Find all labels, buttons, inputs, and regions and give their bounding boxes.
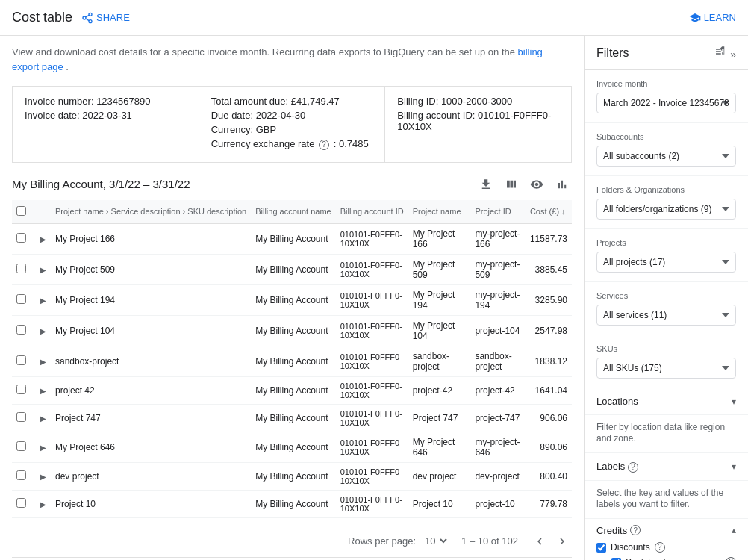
row-checkbox-8[interactable] [16, 470, 26, 480]
row-checkbox-4[interactable] [16, 355, 26, 365]
folders-label: Folders & Organizations [596, 185, 736, 194]
header-cost-col[interactable]: Cost (£) ↓ [526, 200, 572, 224]
row-billing-id: 010101-F0FFF0-10X10X [336, 346, 408, 376]
sustained-use-help-icon[interactable]: ? [726, 557, 736, 561]
services-label: Services [596, 291, 736, 300]
invoice-section-2: Total amount due: £41,749.47 Due date: 2… [199, 87, 386, 162]
folders-select[interactable]: All folders/organizations (9) [596, 199, 736, 220]
row-checkbox-1[interactable] [16, 264, 26, 273]
row-billing-account: My Billing Account [251, 254, 336, 284]
row-project-name: Project 10 [51, 490, 251, 517]
services-select[interactable]: All services (11) [596, 305, 736, 326]
row-expand-button-3[interactable]: ▶ [40, 327, 46, 335]
labels-label: Labels ? [596, 461, 638, 473]
billing-id-label: Billing ID: [397, 96, 438, 107]
subaccounts-select[interactable]: All subaccounts (2) [596, 146, 736, 167]
columns-icon [505, 178, 518, 191]
row-project-name-col: project-42 [408, 376, 471, 404]
row-cost: 1838.12 [526, 346, 572, 376]
main-content: View and download cost details for a spe… [0, 36, 584, 560]
row-billing-id: 010101-F0FFF0-10X10X [336, 315, 408, 346]
row-project-name: My Project 166 [51, 223, 251, 254]
invoice-date-row: Invoice date: 2022-03-31 [25, 110, 187, 121]
row-expand-button-2[interactable]: ▶ [40, 296, 46, 305]
credits-label: Credits ? [596, 525, 641, 536]
invoice-month-select[interactable]: March 2022 - Invoice 1234567890 [596, 93, 736, 113]
visibility-button[interactable] [527, 175, 546, 194]
row-project-name-col: My Project 104 [408, 315, 471, 346]
row-billing-account: My Billing Account [251, 462, 336, 490]
discounts-help-icon[interactable]: ? [655, 542, 665, 553]
row-billing-id: 010101-F0FFF0-10X10X [336, 254, 408, 284]
row-checkbox-6[interactable] [16, 412, 26, 422]
projects-select[interactable]: All projects (17) [596, 252, 736, 273]
description-text1: View and download cost details for a spe… [12, 46, 518, 57]
labels-toggle[interactable]: Labels ? ▾ [585, 453, 748, 481]
row-expand-button-0[interactable]: ▶ [40, 235, 46, 243]
invoice-number-row: Invoice number: 1234567890 [25, 96, 187, 107]
row-billing-id: 010101-F0FFF0-10X10X [336, 462, 408, 490]
row-billing-account: My Billing Account [251, 404, 336, 432]
row-expand-cell: ▶ [36, 284, 51, 315]
row-expand-button-8[interactable]: ▶ [40, 473, 46, 481]
header-project-name-col: Project name [408, 200, 471, 224]
locations-toggle[interactable]: Locations ▾ [585, 388, 748, 415]
sustained-use-checkbox[interactable] [611, 558, 621, 561]
row-checkbox-cell [12, 346, 36, 376]
labels-help-icon[interactable]: ? [628, 462, 638, 473]
download-button[interactable] [476, 175, 496, 194]
row-project-name: Project 747 [51, 404, 251, 432]
row-expand-button-9[interactable]: ▶ [40, 500, 46, 508]
row-expand-cell: ▶ [36, 490, 51, 517]
billing-account-id-label: Billing account ID: [397, 110, 475, 121]
row-checkbox-5[interactable] [16, 385, 26, 394]
row-project-name-col: My Project 509 [408, 254, 471, 284]
discounts-checkbox[interactable] [596, 543, 606, 553]
share-label: SHARE [96, 12, 130, 23]
columns-button[interactable] [502, 175, 521, 194]
currency-value: GBP [256, 124, 276, 135]
app-header: Cost table SHARE LEARN [0, 0, 748, 36]
row-checkbox-3[interactable] [16, 325, 26, 335]
invoice-date-label: Invoice date: [25, 110, 80, 121]
main-layout: View and download cost details for a spe… [0, 36, 748, 560]
row-expand-cell: ▶ [36, 432, 51, 462]
row-billing-id: 010101-F0FFF0-10X10X [336, 223, 408, 254]
row-expand-button-7[interactable]: ▶ [40, 444, 46, 452]
horizontal-scroll[interactable] [12, 518, 572, 524]
next-page-button[interactable] [552, 532, 572, 551]
share-button[interactable]: SHARE [81, 12, 130, 24]
row-checkbox-9[interactable] [16, 498, 26, 508]
share-icon [81, 12, 93, 24]
collapse-filters-button[interactable]: » [714, 45, 736, 60]
invoice-number-label: Invoice number: [25, 96, 94, 107]
row-billing-account: My Billing Account [251, 432, 336, 462]
credits-help-icon[interactable]: ? [630, 525, 641, 535]
row-expand-button-4[interactable]: ▶ [40, 358, 46, 366]
header-checkbox-col [12, 200, 36, 224]
row-expand-button-6[interactable]: ▶ [40, 414, 46, 423]
table-row: ▶ project 42 My Billing Account 010101-F… [12, 376, 572, 404]
filter-skus: SKUs All SKUs (175) [585, 335, 748, 388]
row-expand-button-5[interactable]: ▶ [40, 387, 46, 395]
skus-select[interactable]: All SKUs (175) [596, 358, 736, 379]
learn-button[interactable]: LEARN [689, 12, 736, 24]
chart-button[interactable] [552, 175, 572, 194]
row-checkbox-7[interactable] [16, 441, 26, 451]
row-project-name: My Project 194 [51, 284, 251, 315]
row-checkbox-cell [12, 254, 36, 284]
help-icon-exchange[interactable]: ? [319, 140, 329, 150]
prev-page-button[interactable] [530, 532, 549, 551]
skus-label: SKUs [596, 344, 736, 353]
select-all-checkbox[interactable] [16, 206, 26, 216]
rows-per-page-select[interactable]: 10 25 50 [420, 533, 449, 549]
table-title: My Billing Account, 3/1/22 – 3/31/22 [12, 178, 190, 190]
row-cost: 3285.90 [526, 284, 572, 315]
visibility-icon [530, 178, 543, 191]
row-checkbox-0[interactable] [16, 233, 26, 243]
row-checkbox-2[interactable] [16, 294, 26, 304]
row-project-id: project-42 [470, 376, 526, 404]
filter-services: Services All services (11) [585, 282, 748, 335]
row-expand-button-1[interactable]: ▶ [40, 266, 46, 274]
table-row: ▶ My Project 646 My Billing Account 0101… [12, 432, 572, 462]
